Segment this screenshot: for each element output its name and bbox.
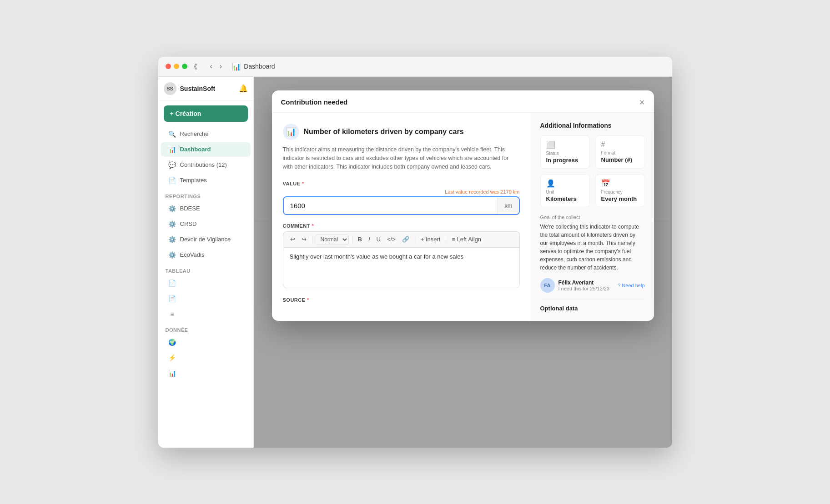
format-value: Number (#) bbox=[601, 156, 639, 163]
indicator-title: Number of kilometers driven by company c… bbox=[304, 128, 464, 136]
sidebar-item-t1[interactable]: 📄 bbox=[161, 276, 251, 290]
sidebar-item-d2[interactable]: ⚡ bbox=[161, 350, 251, 365]
ecovadis-icon: ⚙️ bbox=[168, 251, 176, 259]
value-input-row: km bbox=[283, 196, 520, 215]
sidebar-item-label: EcoVadis bbox=[180, 251, 205, 258]
sidebar-item-label: Dashboard bbox=[180, 146, 211, 153]
creation-button[interactable]: + Création bbox=[164, 105, 248, 122]
minimize-traffic-light[interactable] bbox=[174, 64, 179, 69]
additional-info-title: Additional Informations bbox=[540, 122, 645, 129]
sidebar-item-t2[interactable]: 📄 bbox=[161, 291, 251, 306]
comment-toolbar: ↩ ↪ Normal B I U </> bbox=[283, 231, 520, 247]
link-button[interactable]: 🔗 bbox=[400, 235, 412, 244]
crsd-icon: ⚙️ bbox=[168, 220, 176, 228]
notifications-icon[interactable]: 🔔 bbox=[239, 84, 248, 93]
toolbar-divider-4 bbox=[446, 236, 446, 243]
t3-icon: ≡ bbox=[168, 310, 176, 318]
modal-body: 📊 Number of kilometers driven by company… bbox=[272, 113, 654, 321]
collapse-button[interactable]: ⟪ bbox=[191, 62, 200, 71]
sidebar-item-templates[interactable]: 📄 Templates bbox=[161, 173, 251, 188]
align-button[interactable]: ≡ Left Align bbox=[449, 235, 483, 244]
status-card: ⬜ Status In progress bbox=[540, 135, 590, 169]
toolbar-divider-2 bbox=[352, 236, 352, 243]
d1-icon: 🌍 bbox=[168, 339, 176, 346]
goal-text: We're collecting this indicator to compu… bbox=[540, 223, 645, 272]
user-deadline: I need this for 25/12/23 bbox=[558, 286, 614, 291]
modal-close-button[interactable]: × bbox=[639, 98, 645, 107]
dashboard-icon: 📊 bbox=[168, 146, 176, 153]
d3-icon: 📊 bbox=[168, 369, 176, 377]
close-traffic-light[interactable] bbox=[166, 64, 171, 69]
frequency-value: Every month bbox=[601, 195, 639, 202]
sidebar-item-dashboard[interactable]: 📊 Dashboard bbox=[161, 142, 251, 157]
sidebar-item-d1[interactable]: 🌍 bbox=[161, 335, 251, 349]
contribution-modal: Contribution needed × 📊 Number of kilome… bbox=[272, 90, 654, 321]
forward-button[interactable]: › bbox=[217, 61, 225, 71]
undo-button[interactable]: ↩ bbox=[288, 235, 297, 244]
sidebar-item-label: Recherche bbox=[180, 130, 209, 137]
sidebar-item-label: Contributions (12) bbox=[180, 161, 227, 168]
modal-overlay[interactable]: Contribution needed × 📊 Number of kilome… bbox=[254, 77, 672, 448]
unit-value: Kilometers bbox=[546, 195, 584, 202]
toolbar-divider-3 bbox=[415, 236, 415, 243]
brand-avatar: SS bbox=[164, 82, 176, 95]
donnee-section-label: Donnée bbox=[158, 322, 253, 334]
need-help-button[interactable]: ? Need help bbox=[618, 283, 644, 288]
value-unit: km bbox=[498, 198, 518, 214]
indicator-description: This indicator aims at measuring the dis… bbox=[283, 145, 520, 172]
sidebar-item-label: Devoir de Vigilance bbox=[180, 236, 231, 243]
user-avatar: FA bbox=[540, 278, 555, 293]
sidebar-item-ecovadis[interactable]: ⚙️ EcoVadis bbox=[161, 248, 251, 262]
maximize-traffic-light[interactable] bbox=[182, 64, 187, 69]
reportings-section-label: Reportings bbox=[158, 188, 253, 201]
t2-icon: 📄 bbox=[168, 295, 176, 302]
main-content: 📊 Dashboard 🟡 📄 🟢 🟣 📊 🔴 🎓 SustainSoft Ac… bbox=[254, 77, 672, 448]
user-row: FA Félix Averlant I need this for 25/12/… bbox=[540, 278, 645, 293]
status-icon: ⬜ bbox=[546, 140, 584, 149]
code-button[interactable]: </> bbox=[385, 235, 398, 244]
modal-header: Contribution needed × bbox=[272, 90, 654, 113]
sidebar: SS SustainSoft 🔔 + Création 🔍 Recherche … bbox=[158, 77, 254, 448]
format-dropdown[interactable]: Normal bbox=[316, 235, 349, 245]
indicator-icon: 📊 bbox=[283, 124, 299, 140]
sidebar-item-crsd[interactable]: ⚙️ CRSD bbox=[161, 217, 251, 231]
value-input[interactable] bbox=[284, 197, 498, 214]
search-icon: 🔍 bbox=[168, 130, 176, 138]
format-icon: # bbox=[601, 140, 639, 149]
user-info: Félix Averlant I need this for 25/12/23 bbox=[558, 279, 614, 291]
user-name: Félix Averlant bbox=[558, 279, 614, 286]
comment-textarea[interactable]: Slightly over last month's value as we b… bbox=[283, 247, 520, 288]
frequency-label: Frequency bbox=[601, 190, 639, 195]
goal-label: Goal of the collect bbox=[540, 215, 645, 220]
sidebar-item-recherche[interactable]: 🔍 Recherche bbox=[161, 127, 251, 141]
source-label: SOURCE * bbox=[283, 297, 520, 303]
status-label: Status bbox=[546, 151, 584, 156]
status-value: In progress bbox=[546, 157, 584, 164]
underline-button[interactable]: U bbox=[374, 235, 383, 244]
frequency-card: 📅 Frequency Every month bbox=[595, 174, 645, 207]
insert-button[interactable]: + Insert bbox=[418, 235, 443, 244]
sidebar-item-devoir[interactable]: ⚙️ Devoir de Vigilance bbox=[161, 232, 251, 247]
traffic-lights bbox=[166, 64, 187, 69]
redo-button[interactable]: ↪ bbox=[299, 235, 309, 244]
modal-title: Contribution needed bbox=[281, 98, 348, 106]
sidebar-item-label: BDESE bbox=[180, 205, 200, 212]
modal-right-panel: Additional Informations ⬜ Status In prog… bbox=[531, 113, 654, 321]
comment-field-label: COMMENT * bbox=[283, 223, 520, 229]
sidebar-item-d3[interactable]: 📊 bbox=[161, 366, 251, 380]
sidebar-header: SS SustainSoft 🔔 bbox=[158, 77, 253, 101]
breadcrumb: 📊 Dashboard bbox=[232, 62, 275, 71]
sidebar-item-bdese[interactable]: ⚙️ BDESE bbox=[161, 201, 251, 216]
sidebar-item-label: Templates bbox=[180, 177, 207, 184]
t1-icon: 📄 bbox=[168, 279, 176, 287]
frequency-icon: 📅 bbox=[601, 179, 639, 188]
bold-button[interactable]: B bbox=[356, 235, 364, 244]
italic-button[interactable]: I bbox=[366, 235, 372, 244]
breadcrumb-icon: 📊 bbox=[232, 62, 241, 71]
sidebar-item-contributions[interactable]: 💬 Contributions (12) bbox=[161, 158, 251, 172]
goal-section: Goal of the collect We're collecting thi… bbox=[540, 215, 645, 272]
sidebar-item-t3[interactable]: ≡ bbox=[161, 307, 251, 321]
back-button[interactable]: ‹ bbox=[207, 61, 215, 71]
toolbar-divider-1 bbox=[312, 236, 312, 243]
breadcrumb-label: Dashboard bbox=[244, 63, 275, 70]
